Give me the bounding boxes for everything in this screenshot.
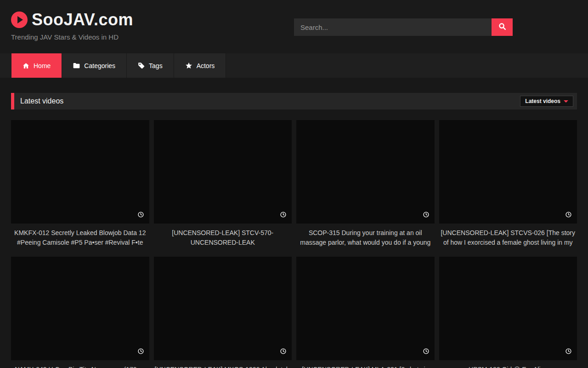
folder-icon	[73, 63, 80, 69]
video-thumbnail[interactable]	[11, 120, 149, 224]
video-title[interactable]: SCOP-315 During your training at an oil …	[296, 228, 435, 247]
clock-icon	[280, 348, 286, 356]
video-thumbnail[interactable]	[439, 120, 577, 224]
nav-item-label: Categories	[84, 62, 115, 69]
video-title[interactable]: HPSM-186 Girl @ Era Alice	[439, 365, 577, 368]
video-card[interactable]: NAMH-043 H Cup Big Tits Newcomer (170cm …	[11, 257, 149, 368]
search-button[interactable]	[492, 18, 513, 36]
sort-dropdown-label: Latest videos	[525, 98, 560, 104]
section-header: Latest videos Latest videos	[11, 93, 577, 109]
nav-item-label: Home	[34, 62, 51, 69]
site-tagline: Trending JAV Stars & Videos in HD	[11, 33, 119, 41]
clock-icon	[280, 211, 286, 219]
video-card[interactable]: [UNCENSORED-LEAK] MLA-231 [3 shots in	[296, 257, 435, 368]
clock-icon	[423, 211, 429, 219]
video-thumbnail[interactable]	[296, 120, 435, 224]
nav-item-categories[interactable]: Categories	[62, 53, 127, 78]
search-input[interactable]	[294, 18, 492, 36]
video-card[interactable]: [UNCENSORED-LEAK] STCV-570-UNCENSORED-LE…	[154, 120, 292, 247]
clock-icon	[565, 348, 571, 356]
video-card[interactable]: [UNCENSORED-LEAK] MXGS-1306 Absolutely	[154, 257, 292, 368]
caret-down-icon	[564, 100, 568, 103]
video-title[interactable]: NAMH-043 H Cup Big Tits Newcomer (170cm …	[11, 365, 149, 368]
video-thumbnail[interactable]	[154, 120, 292, 224]
search-icon	[498, 23, 506, 32]
video-title[interactable]: [UNCENSORED-LEAK] STCVS-026 [The story o…	[439, 228, 577, 247]
star-icon	[185, 62, 192, 69]
nav-item-home[interactable]: Home	[11, 53, 62, 78]
video-thumbnail[interactable]	[439, 257, 577, 360]
clock-icon	[423, 348, 429, 356]
video-grid: KMKFX-012 Secretly Leaked Blowjob Data 1…	[11, 120, 577, 368]
search-form	[294, 18, 513, 36]
nav-item-tags[interactable]: Tags	[127, 53, 174, 78]
video-title[interactable]: KMKFX-012 Secretly Leaked Blowjob Data 1…	[11, 228, 149, 247]
site-header: SooJAV.com Trending JAV Stars & Videos i…	[0, 0, 588, 53]
video-title[interactable]: [UNCENSORED-LEAK] MLA-231 [3 shots in	[296, 365, 435, 368]
main-content: Latest videos Latest videos KMKFX-012 Se…	[11, 93, 577, 368]
play-circle-icon	[11, 12, 28, 28]
video-card[interactable]: SCOP-315 During your training at an oil …	[296, 120, 435, 247]
logo-text: SooJAV.com	[32, 10, 133, 29]
video-title[interactable]: [UNCENSORED-LEAK] STCV-570-UNCENSORED-LE…	[154, 228, 292, 247]
main-navbar: Home Categories Tags Actors	[0, 53, 588, 78]
nav-item-label: Actors	[197, 62, 215, 69]
clock-icon	[138, 348, 144, 356]
section-title: Latest videos	[20, 97, 63, 105]
nav-item-actors[interactable]: Actors	[174, 53, 226, 78]
video-card[interactable]: [UNCENSORED-LEAK] STCVS-026 [The story o…	[439, 120, 577, 247]
tag-icon	[138, 62, 145, 69]
video-card[interactable]: HPSM-186 Girl @ Era Alice	[439, 257, 577, 368]
video-thumbnail[interactable]	[296, 257, 435, 360]
video-thumbnail[interactable]	[11, 257, 149, 360]
clock-icon	[565, 211, 571, 219]
site-logo[interactable]: SooJAV.com	[11, 10, 133, 29]
video-title[interactable]: [UNCENSORED-LEAK] MXGS-1306 Absolutely	[154, 365, 292, 368]
nav-item-label: Tags	[149, 62, 163, 69]
clock-icon	[138, 211, 144, 219]
video-thumbnail[interactable]	[154, 257, 292, 360]
home-icon	[23, 63, 29, 69]
video-card[interactable]: KMKFX-012 Secretly Leaked Blowjob Data 1…	[11, 120, 149, 247]
sort-dropdown-button[interactable]: Latest videos	[520, 96, 573, 107]
